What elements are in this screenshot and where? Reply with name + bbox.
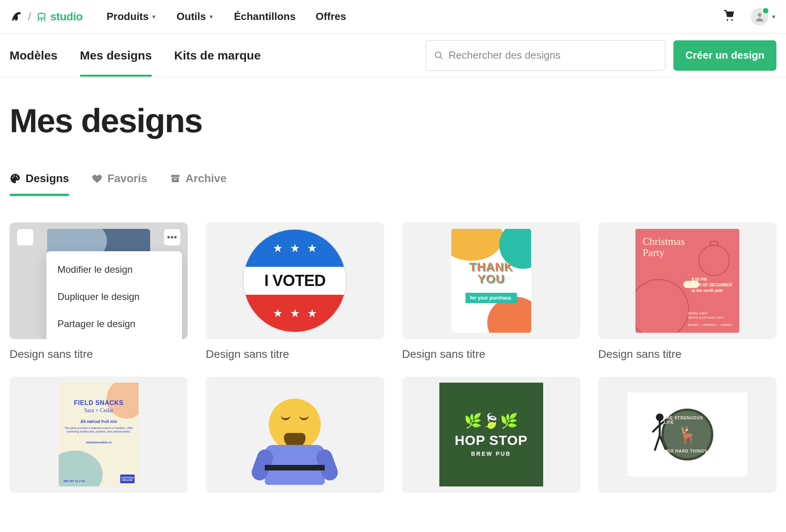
tab-modeles[interactable]: Modèles (10, 34, 58, 77)
filter-tab-favoris[interactable]: Favoris (91, 172, 147, 195)
art-text: HOP STOP (455, 433, 527, 448)
design-thumbnail[interactable]: THANK YOU for your purchase. (402, 222, 580, 339)
svg-rect-1 (39, 14, 44, 18)
menu-item-modifier[interactable]: Modifier le design (46, 256, 182, 283)
nav-item-offres[interactable]: Offres (316, 10, 346, 23)
heart-icon (91, 173, 103, 184)
art-text: This pack provides a balanced source of … (64, 426, 133, 433)
nav-label: Produits (107, 10, 149, 23)
studio-logo: studio (36, 10, 83, 23)
create-design-button[interactable]: Créer un design (673, 40, 776, 71)
design-preview-art: ★★★ I VOTED ★★★ (243, 229, 347, 333)
nav-label: Offres (316, 10, 346, 23)
tab-kits-de-marque[interactable]: Kits de marque (174, 34, 261, 77)
design-preview-art (255, 399, 335, 486)
select-checkbox[interactable] (17, 229, 34, 246)
brand-logo-group[interactable]: / studio (10, 9, 83, 24)
nav-label: Échantillons (234, 10, 296, 23)
avatar (751, 8, 768, 26)
status-dot-icon (762, 7, 769, 14)
svg-rect-11 (171, 175, 179, 177)
art-text: THANK (451, 261, 531, 273)
search-input[interactable] (449, 49, 657, 62)
design-title: Design sans titre (206, 348, 384, 361)
svg-point-4 (758, 13, 761, 16)
art-text: BREW PUB (471, 451, 511, 457)
art-text: All-natrual fruit mix (64, 419, 133, 424)
context-menu: Modifier le design Dupliquer le design P… (46, 251, 182, 339)
design-thumbnail[interactable]: ★★★ I VOTED ★★★ (206, 222, 384, 339)
thumbnail-overlay: ••• (17, 229, 181, 246)
design-preview-art: Christmas Party 8:00 PM 25TH OF DECEMBER… (635, 229, 739, 333)
search-box[interactable] (426, 40, 665, 71)
horse-logo-icon (10, 9, 23, 24)
nav-label: Outils (177, 10, 206, 23)
palette-icon (10, 173, 21, 184)
art-text: Sara + Cedar (64, 407, 133, 414)
search-icon (434, 51, 444, 60)
svg-point-9 (16, 176, 17, 177)
art-text: CERTIFIED ORGANIC (120, 474, 135, 483)
nav-item-produits[interactable]: Produits ▼ (107, 10, 157, 23)
art-text: NET WT 11.2 OZ (64, 480, 85, 482)
page-content: Mes designs Designs Favoris Archive ••• (0, 77, 786, 518)
chevron-down-icon: ▼ (771, 14, 776, 20)
top-nav-right: ▼ (723, 8, 776, 26)
menu-item-dupliquer[interactable]: Dupliquer le design (46, 283, 182, 310)
design-card: Christmas Party 8:00 PM 25TH OF DECEMBER… (598, 222, 776, 361)
filter-tab-archive[interactable]: Archive (170, 172, 227, 195)
art-text: 8:00 PM (692, 277, 732, 282)
easel-icon (36, 11, 47, 22)
sub-nav-right: Créer un design (426, 40, 776, 71)
design-preview-art: 🌿🍃🌿 HOP STOP BREW PUB (439, 383, 543, 486)
design-thumbnail[interactable]: 🌿🍃🌿 HOP STOP BREW PUB (402, 377, 580, 493)
filter-tab-designs[interactable]: Designs (10, 172, 69, 195)
design-thumbnail[interactable]: THE STRENUOUS LIFE 🦌 DO HARD THINGS (598, 377, 776, 493)
account-menu[interactable]: ▼ (751, 8, 776, 26)
design-preview-art: FIELD SNACKS Sara + Cedar All-natrual fr… (59, 383, 139, 486)
svg-rect-13 (174, 179, 177, 180)
art-text: BRING A $20 (688, 311, 732, 316)
design-title: Design sans titre (598, 348, 776, 361)
nav-item-outils[interactable]: Outils ▼ (177, 10, 214, 23)
art-text: snacksareonline.co (64, 441, 133, 444)
design-card: THANK YOU for your purchase. Design sans… (402, 222, 580, 361)
menu-item-archiver[interactable]: Archiver le design (46, 337, 182, 339)
filter-tab-label: Designs (26, 172, 69, 185)
tab-mes-designs[interactable]: Mes designs (80, 34, 152, 77)
filter-tab-label: Archive (186, 172, 227, 185)
top-nav: / studio Produits ▼ Outils ▼ Échantillon… (0, 0, 786, 34)
design-thumbnail[interactable]: FIELD SNACKS Sara + Cedar All-natrual fr… (10, 377, 188, 493)
cart-button[interactable] (723, 10, 735, 24)
design-card: ••• Modifier le design Dupliquer le desi… (10, 222, 188, 361)
filter-tabs: Designs Favoris Archive (10, 172, 776, 195)
design-preview-art: THE STRENUOUS LIFE 🦌 DO HARD THINGS (627, 393, 747, 476)
design-thumbnail[interactable]: ••• Modifier le design Dupliquer le desi… (10, 222, 188, 339)
more-horizontal-icon: ••• (167, 232, 177, 242)
chevron-down-icon: ▼ (151, 14, 157, 20)
moose-icon: 🦌 (677, 425, 697, 444)
art-text: for your purchase. (465, 293, 517, 303)
design-preview-art: THANK YOU for your purchase. (451, 229, 531, 333)
design-thumbnail[interactable] (206, 377, 384, 493)
filter-tab-label: Favoris (107, 172, 147, 185)
chevron-down-icon: ▼ (208, 14, 214, 20)
nav-item-echantillons[interactable]: Échantillons (234, 10, 296, 23)
design-title: Design sans titre (402, 348, 580, 361)
design-thumbnail[interactable]: Christmas Party 8:00 PM 25TH OF DECEMBER… (598, 222, 776, 339)
sub-nav: Modèles Mes designs Kits de marque Créer… (0, 34, 786, 77)
menu-item-partager[interactable]: Partager le design (46, 310, 182, 337)
primary-nav-items: Produits ▼ Outils ▼ Échantillons Offres (107, 10, 346, 23)
svg-point-10 (17, 177, 18, 179)
design-title: Design sans titre (10, 348, 188, 361)
more-options-button[interactable]: ••• (164, 229, 181, 246)
cart-icon (723, 10, 735, 22)
archive-icon (170, 173, 181, 184)
logo-divider: / (28, 10, 31, 23)
art-text: DO HARD THINGS (667, 449, 707, 453)
svg-point-5 (435, 52, 441, 58)
art-text: THE STRENUOUS LIFE (664, 416, 711, 425)
active-section-indicator (81, 24, 89, 28)
art-text: YOU (451, 273, 531, 285)
svg-rect-12 (172, 178, 179, 183)
